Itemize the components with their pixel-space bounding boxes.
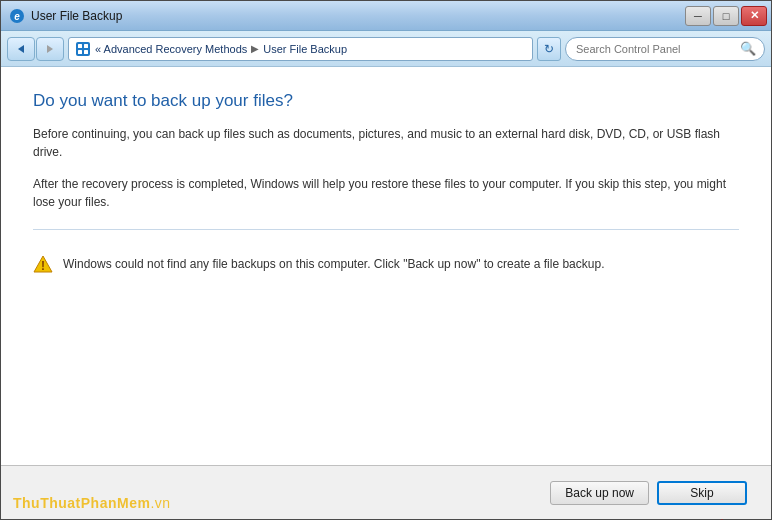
maximize-button[interactable]: □ <box>713 6 739 26</box>
warning-box: ! Windows could not find any file backup… <box>33 248 739 280</box>
svg-text:e: e <box>14 11 20 22</box>
title-bar-left: e User File Backup <box>9 8 122 24</box>
page-title: Do you want to back up your files? <box>33 91 739 111</box>
path-root: « Advanced Recovery Methods <box>95 43 247 55</box>
bottom-wrapper: Back up now Skip ThuThuatPhanMem.vn <box>1 465 771 519</box>
watermark-prefix: ThuThuat <box>13 495 81 511</box>
nav-buttons <box>7 37 64 61</box>
window-title: User File Backup <box>31 9 122 23</box>
svg-rect-4 <box>76 42 90 56</box>
description-para2: After the recovery process is completed,… <box>33 175 739 211</box>
back-button[interactable] <box>7 37 35 61</box>
minimize-button[interactable]: ─ <box>685 6 711 26</box>
svg-rect-5 <box>78 44 82 48</box>
close-button[interactable]: ✕ <box>741 6 767 26</box>
search-box[interactable]: 🔍 <box>565 37 765 61</box>
refresh-button[interactable]: ↻ <box>537 37 561 61</box>
forward-button[interactable] <box>36 37 64 61</box>
address-path[interactable]: « Advanced Recovery Methods ▶ User File … <box>68 37 533 61</box>
divider <box>33 229 739 230</box>
svg-marker-3 <box>47 45 53 53</box>
path-leaf: User File Backup <box>263 43 347 55</box>
cp-icon <box>75 41 91 57</box>
backup-now-button[interactable]: Back up now <box>550 481 649 505</box>
warning-icon: ! <box>33 254 53 274</box>
svg-text:!: ! <box>41 259 45 273</box>
svg-rect-6 <box>84 44 88 48</box>
window: e User File Backup ─ □ ✕ <box>0 0 772 520</box>
svg-rect-7 <box>78 50 82 54</box>
title-bar-buttons: ─ □ ✕ <box>685 6 767 26</box>
path-text: « Advanced Recovery Methods ▶ User File … <box>95 43 347 55</box>
warning-text: Windows could not find any file backups … <box>63 257 604 271</box>
main-content: Do you want to back up your files? Befor… <box>1 67 771 465</box>
watermark-brand: PhanMem <box>81 495 151 511</box>
watermark: ThuThuatPhanMem.vn <box>13 495 171 511</box>
svg-rect-8 <box>84 50 88 54</box>
path-separator: ▶ <box>251 43 259 54</box>
watermark-suffix: .vn <box>150 495 170 511</box>
skip-button[interactable]: Skip <box>657 481 747 505</box>
svg-marker-2 <box>18 45 24 53</box>
window-icon: e <box>9 8 25 24</box>
title-bar: e User File Backup ─ □ ✕ <box>1 1 771 31</box>
description-para1: Before continuing, you can back up files… <box>33 125 739 161</box>
search-input[interactable] <box>576 43 736 55</box>
search-icon[interactable]: 🔍 <box>740 41 756 56</box>
address-bar: « Advanced Recovery Methods ▶ User File … <box>1 31 771 67</box>
